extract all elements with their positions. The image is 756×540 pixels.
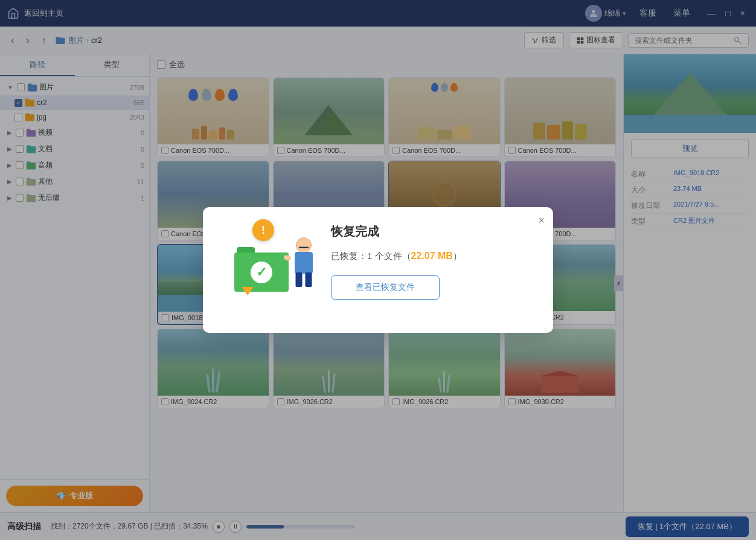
modal-desc-pre: 已恢复：1 个文件（	[331, 251, 411, 261]
check-circle: ✓	[251, 262, 272, 283]
modal-character: ▬▬	[289, 237, 319, 298]
modal-desc-post: ）	[453, 251, 462, 261]
folder-body: ✓	[234, 252, 289, 292]
modal-title: 恢复完成	[331, 223, 534, 240]
modal-close-btn[interactable]: ×	[538, 214, 545, 227]
leg-right	[306, 272, 312, 287]
modal-desc: 已恢复：1 个文件（22.07 MB）	[331, 248, 534, 264]
modal-text-area: 恢复完成 已恢复：1 个文件（22.07 MB） 查看已恢复文件	[331, 223, 534, 300]
modal-illustration-area: ! ✓	[222, 219, 319, 304]
modal-dialog: × ! ✓	[203, 207, 553, 333]
folder-arrow	[242, 287, 254, 295]
char-glasses: ▬▬	[299, 244, 309, 249]
folder-wrapper: ✓	[234, 252, 289, 292]
char-body	[295, 252, 313, 274]
modal-badge: !	[252, 219, 274, 241]
modal-desc-size: 22.07 MB	[411, 251, 453, 261]
modal-body: ! ✓	[222, 219, 534, 304]
char-legs	[296, 272, 312, 287]
modal-overlay: × ! ✓	[0, 0, 756, 540]
modal-action-btn[interactable]: 查看已恢复文件	[331, 275, 440, 300]
leg-left	[296, 272, 303, 287]
modal-folder: ✓	[234, 252, 289, 292]
char-head: ▬▬	[296, 237, 312, 253]
